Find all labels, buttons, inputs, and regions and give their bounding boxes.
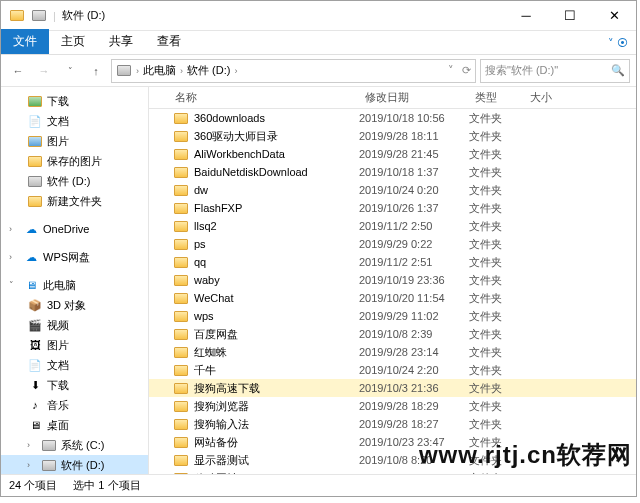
file-row[interactable]: BaiduNetdiskDownload2019/10/18 1:37文件夹 [149, 163, 636, 181]
sidebar-item-music[interactable]: ♪音乐 [1, 395, 148, 415]
file-row[interactable]: ps2019/9/29 0:22文件夹 [149, 235, 636, 253]
file-type: 文件夹 [469, 183, 524, 198]
sidebar-item-onedrive[interactable]: ›☁OneDrive [1, 219, 148, 239]
file-row[interactable]: qq2019/11/2 2:51文件夹 [149, 253, 636, 271]
folder-icon [173, 218, 189, 234]
file-row[interactable]: 360驱动大师目录2019/9/28 18:11文件夹 [149, 127, 636, 145]
file-row[interactable]: 红蜘蛛2019/9/28 23:14文件夹 [149, 343, 636, 361]
nav-forward-button[interactable]: → [33, 60, 55, 82]
sidebar-item-savedfolder[interactable]: 保存的图片 [1, 151, 148, 171]
sidebar-item-videos[interactable]: 🎬视频 [1, 315, 148, 335]
sidebar-item-sysc[interactable]: ›系统 (C:) [1, 435, 148, 455]
file-type: 文件夹 [469, 201, 524, 216]
file-name: llsq2 [194, 220, 217, 232]
sidebar-item-pictures2[interactable]: 🖼图片 [1, 335, 148, 355]
refresh-icon[interactable]: ⟳ [458, 64, 471, 77]
chevron-down-icon[interactable]: ˅ [9, 280, 19, 290]
file-row[interactable]: 搜狗浏览器2019/9/28 18:29文件夹 [149, 397, 636, 415]
file-row[interactable]: 搜狗高速下载2019/10/3 21:36文件夹 [149, 379, 636, 397]
file-row[interactable]: waby2019/10/19 23:36文件夹 [149, 271, 636, 289]
search-input[interactable]: 搜索"软件 (D:)" 🔍 [480, 59, 630, 83]
file-row[interactable]: 百度网盘2019/10/8 2:39文件夹 [149, 325, 636, 343]
chevron-right-icon[interactable]: › [136, 66, 139, 76]
chevron-right-icon[interactable]: › [27, 460, 37, 470]
chevron-right-icon[interactable]: › [180, 66, 183, 76]
file-row[interactable]: AliWorkbenchData2019/9/28 21:45文件夹 [149, 145, 636, 163]
sidebar-item-thispc[interactable]: ˅🖥此电脑 [1, 275, 148, 295]
sidebar-item-desktop[interactable]: 🖥桌面 [1, 415, 148, 435]
sidebar-item-softd2[interactable]: ›软件 (D:) [1, 455, 148, 474]
file-row[interactable]: 360downloads2019/10/18 10:56文件夹 [149, 109, 636, 127]
search-icon: 🔍 [611, 64, 625, 77]
file-date: 2019/10/3 21:36 [359, 382, 469, 394]
file-type: 文件夹 [469, 237, 524, 252]
drive-icon [31, 8, 47, 24]
sidebar-item-documents[interactable]: 📄文档 [1, 111, 148, 131]
tab-home[interactable]: 主页 [49, 29, 97, 54]
file-row[interactable]: WeChat2019/10/20 11:54文件夹 [149, 289, 636, 307]
file-name: 红蜘蛛 [194, 345, 227, 360]
file-row[interactable]: 移动网站2019/11/2 2:50文件夹 [149, 469, 636, 474]
drive-icon [116, 63, 132, 79]
file-row[interactable]: dw2019/10/24 0:20文件夹 [149, 181, 636, 199]
sidebar-item-3dobjects[interactable]: 📦3D 对象 [1, 295, 148, 315]
file-type: 文件夹 [469, 471, 524, 475]
file-name: BaiduNetdiskDownload [194, 166, 308, 178]
file-type: 文件夹 [469, 273, 524, 288]
file-type: 文件夹 [469, 147, 524, 162]
file-date: 2019/10/20 11:54 [359, 292, 469, 304]
file-row[interactable]: 网站备份2019/10/23 23:47文件夹 [149, 433, 636, 451]
breadcrumb-current[interactable]: 软件 (D:) [187, 63, 230, 78]
sidebar-item-downloads[interactable]: 下载 [1, 91, 148, 111]
sidebar-item-docs2[interactable]: 📄文档 [1, 355, 148, 375]
file-row[interactable]: 搜狗输入法2019/9/28 18:27文件夹 [149, 415, 636, 433]
file-name: 移动网站 [194, 471, 238, 475]
file-date: 2019/9/28 23:14 [359, 346, 469, 358]
tab-view[interactable]: 查看 [145, 29, 193, 54]
tab-share[interactable]: 共享 [97, 29, 145, 54]
sidebar: 下载 📄文档 图片 保存的图片 软件 (D:) 新建文件夹 ›☁OneDrive… [1, 87, 149, 474]
file-name: 搜狗高速下载 [194, 381, 260, 396]
column-header-size[interactable]: 大小 [524, 90, 636, 105]
nav-back-button[interactable]: ← [7, 60, 29, 82]
file-date: 2019/9/28 18:27 [359, 418, 469, 430]
chevron-right-icon[interactable]: › [9, 252, 19, 262]
file-row[interactable]: 显示器测试2019/10/8 8:20文件夹 [149, 451, 636, 469]
sidebar-item-newfolder[interactable]: 新建文件夹 [1, 191, 148, 211]
minimize-button[interactable]: ─ [504, 1, 548, 31]
folder-icon [173, 182, 189, 198]
folder-icon [173, 290, 189, 306]
maximize-button[interactable]: ☐ [548, 1, 592, 31]
file-date: 2019/10/8 8:20 [359, 454, 469, 466]
file-date: 2019/9/28 18:29 [359, 400, 469, 412]
close-button[interactable]: ✕ [592, 1, 636, 31]
sidebar-item-pictures[interactable]: 图片 [1, 131, 148, 151]
column-header-type[interactable]: 类型 [469, 90, 524, 105]
qat-divider: | [53, 10, 56, 22]
ribbon-help-icon[interactable]: ˅ ⦿ [600, 33, 636, 54]
file-row[interactable]: FlashFXP2019/10/26 1:37文件夹 [149, 199, 636, 217]
sidebar-item-downloads2[interactable]: ⬇下载 [1, 375, 148, 395]
chevron-right-icon[interactable]: › [9, 224, 19, 234]
nav-up-button[interactable]: ↑ [85, 60, 107, 82]
breadcrumb-thispc[interactable]: 此电脑 [143, 63, 176, 78]
file-name: dw [194, 184, 208, 196]
file-name: AliWorkbenchData [194, 148, 285, 160]
nav-history-button[interactable]: ˅ [59, 60, 81, 82]
file-row[interactable]: llsq22019/11/2 2:50文件夹 [149, 217, 636, 235]
file-type: 文件夹 [469, 111, 524, 126]
chevron-right-icon[interactable]: › [234, 66, 237, 76]
file-row[interactable]: 千牛2019/10/24 2:20文件夹 [149, 361, 636, 379]
column-header-name[interactable]: 名称 [169, 90, 359, 105]
sidebar-item-wpscloud[interactable]: ›☁WPS网盘 [1, 247, 148, 267]
file-type: 文件夹 [469, 363, 524, 378]
tab-file[interactable]: 文件 [1, 29, 49, 54]
search-placeholder: 搜索"软件 (D:)" [485, 63, 558, 78]
sidebar-item-softd[interactable]: 软件 (D:) [1, 171, 148, 191]
column-header-date[interactable]: 修改日期 [359, 90, 469, 105]
file-date: 2019/10/24 0:20 [359, 184, 469, 196]
addr-dropdown-icon[interactable]: ˅ [448, 64, 454, 77]
file-row[interactable]: wps2019/9/29 11:02文件夹 [149, 307, 636, 325]
chevron-right-icon[interactable]: › [27, 440, 37, 450]
address-bar[interactable]: › 此电脑 › 软件 (D:) › ˅ ⟳ [111, 59, 476, 83]
